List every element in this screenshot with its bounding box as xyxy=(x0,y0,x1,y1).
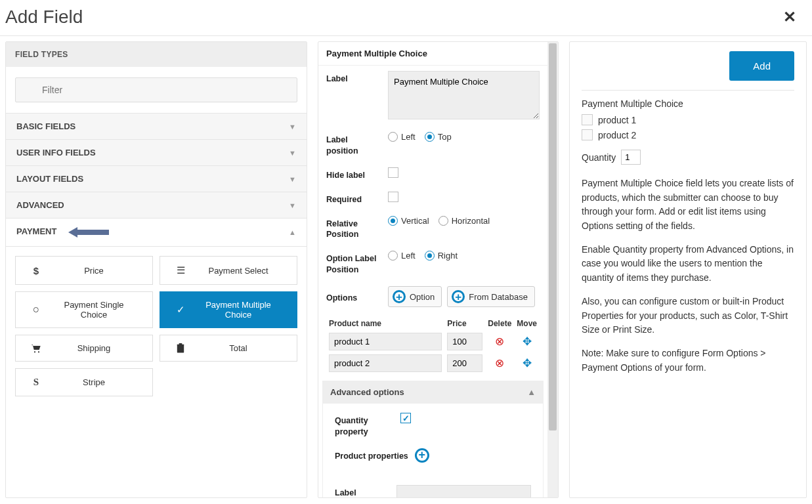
properties-title: Payment Multiple Choice xyxy=(318,42,547,66)
field-btn-total[interactable]: Total xyxy=(160,335,297,362)
preview-option[interactable]: product 2 xyxy=(582,129,794,140)
label-textarea[interactable]: Payment Multiple Choice xyxy=(388,71,540,119)
move-icon[interactable]: ✥ xyxy=(523,357,532,369)
field-types-panel: FIELD TYPES BASIC FIELDS ▼ USER INFO FIE… xyxy=(5,41,307,498)
product-price-input[interactable] xyxy=(447,354,482,372)
move-icon[interactable]: ✥ xyxy=(523,335,532,348)
required-checkbox[interactable] xyxy=(388,192,398,202)
field-btn-label: Stripe xyxy=(53,377,147,387)
group-payment[interactable]: PAYMENT ▲ xyxy=(6,219,307,247)
chevron-down-icon: ▼ xyxy=(289,123,296,131)
th-move: Move xyxy=(514,316,540,331)
hide-label-checkbox[interactable] xyxy=(388,167,398,178)
group-label: PAYMENT xyxy=(16,226,56,236)
label-width-input[interactable] xyxy=(396,485,531,497)
product-price-input[interactable] xyxy=(447,333,482,350)
th-delete: Delete xyxy=(485,316,514,331)
radio-icon: ○ xyxy=(29,303,43,316)
radio-opt-left[interactable]: Left xyxy=(388,251,416,261)
chevron-down-icon: ▼ xyxy=(289,175,296,183)
prop-quantity: Quantity property xyxy=(335,413,394,438)
th-price: Price xyxy=(444,316,485,331)
prop-required: Required xyxy=(326,192,381,205)
delete-icon[interactable]: ⊗ xyxy=(495,357,504,369)
payment-fields-grid: $ Price ☰ Payment Select ○ Payment Singl… xyxy=(6,247,307,406)
chevron-up-icon: ▲ xyxy=(527,387,536,397)
cart-icon xyxy=(29,344,43,353)
preview-option-label: product 1 xyxy=(598,115,636,125)
plus-icon xyxy=(452,290,465,303)
group-layout-fields[interactable]: LAYOUT FIELDS ▼ xyxy=(6,166,307,192)
svg-point-4 xyxy=(38,351,39,352)
checkbox-icon[interactable] xyxy=(582,114,593,125)
radio-label-top[interactable]: Top xyxy=(425,132,452,142)
check-icon: ✓ xyxy=(173,304,188,316)
checkbox-icon[interactable] xyxy=(582,129,593,140)
main-layout: FIELD TYPES BASIC FIELDS ▼ USER INFO FIE… xyxy=(0,36,812,503)
add-product-property-button[interactable] xyxy=(415,448,429,463)
product-name-input[interactable] xyxy=(329,333,442,350)
field-btn-label: Price xyxy=(53,266,147,276)
radio-opt-right[interactable]: Right xyxy=(425,251,458,261)
add-option-button[interactable]: Option xyxy=(388,286,442,307)
product-name-input[interactable] xyxy=(329,354,442,372)
help-paragraph: Note: Make sure to configure Form Option… xyxy=(582,346,794,375)
table-row: ⊗ ✥ xyxy=(326,331,540,352)
prop-label-label: Label xyxy=(326,71,381,85)
prop-label-width: Label width(px) xyxy=(335,485,390,497)
preview-field-title: Payment Multiple Choice xyxy=(582,98,794,109)
svg-rect-6 xyxy=(179,343,182,345)
prop-options: Options xyxy=(326,290,381,304)
group-label: LAYOUT FIELDS xyxy=(16,174,83,184)
group-basic-fields[interactable]: BASIC FIELDS ▼ xyxy=(6,114,307,140)
th-product-name: Product name xyxy=(326,316,444,331)
chevron-up-icon: ▲ xyxy=(289,228,296,236)
quantity-checkbox[interactable] xyxy=(400,413,411,423)
radio-label-left[interactable]: Left xyxy=(388,132,416,142)
field-btn-label: Payment Select xyxy=(197,266,291,276)
field-btn-shipping[interactable]: Shipping xyxy=(15,335,153,362)
radio-vertical[interactable]: Vertical xyxy=(388,216,429,226)
preview-option[interactable]: product 1 xyxy=(582,114,794,125)
field-btn-stripe[interactable]: S Stripe xyxy=(15,368,153,396)
arrow-callout-icon xyxy=(68,226,109,238)
quantity-label: Quantity xyxy=(582,152,616,163)
prop-option-label-position: Option Label Position xyxy=(326,251,381,276)
group-advanced[interactable]: ADVANCED ▼ xyxy=(6,192,307,219)
modal-header: Add Field ✕ xyxy=(0,0,812,36)
advanced-options-toggle[interactable]: Advanced options ▲ xyxy=(322,381,544,404)
svg-marker-2 xyxy=(68,227,109,238)
chevron-down-icon: ▼ xyxy=(289,201,296,209)
options-table: Product name Price Delete Move ⊗ ✥ xyxy=(326,316,540,374)
svg-point-3 xyxy=(34,351,35,352)
field-btn-label: Payment Multiple Choice xyxy=(197,300,291,320)
radio-horizontal[interactable]: Horizontal xyxy=(438,216,490,226)
close-icon[interactable]: ✕ xyxy=(780,8,799,26)
field-types-heading: FIELD TYPES xyxy=(6,42,307,67)
group-label: USER INFO FIELDS xyxy=(16,148,96,158)
field-btn-payment-single[interactable]: ○ Payment Single Choice xyxy=(15,291,153,328)
field-btn-payment-multiple[interactable]: ✓ Payment Multiple Choice xyxy=(160,291,297,328)
clipboard-icon xyxy=(173,343,188,353)
filter-input[interactable] xyxy=(15,77,297,102)
field-btn-price[interactable]: $ Price xyxy=(15,256,153,285)
delete-icon[interactable]: ⊗ xyxy=(495,335,504,348)
help-paragraph: Also, you can configure custom or built-… xyxy=(582,295,794,337)
scrollbar[interactable] xyxy=(547,42,558,497)
group-label: BASIC FIELDS xyxy=(16,121,75,131)
from-database-button[interactable]: From Database xyxy=(447,286,535,307)
svg-rect-5 xyxy=(177,345,184,353)
quantity-input[interactable] xyxy=(621,150,641,165)
field-groups: BASIC FIELDS ▼ USER INFO FIELDS ▼ LAYOUT… xyxy=(6,113,307,406)
field-btn-payment-select[interactable]: ☰ Payment Select xyxy=(160,256,297,285)
help-paragraph: Enable Quantity property from Advanced O… xyxy=(582,243,794,285)
add-button[interactable]: Add xyxy=(729,51,794,81)
field-btn-label: Shipping xyxy=(53,343,147,353)
help-paragraph: Payment Multiple Choice field lets you c… xyxy=(582,177,794,234)
prop-product-properties: Product properties xyxy=(335,448,408,462)
group-user-info-fields[interactable]: USER INFO FIELDS ▼ xyxy=(6,140,307,166)
table-row: ⊗ ✥ xyxy=(326,352,540,374)
field-btn-label: Total xyxy=(197,343,291,353)
preview-option-label: product 2 xyxy=(598,130,636,140)
prop-relative-position: Relative Position xyxy=(326,216,381,241)
